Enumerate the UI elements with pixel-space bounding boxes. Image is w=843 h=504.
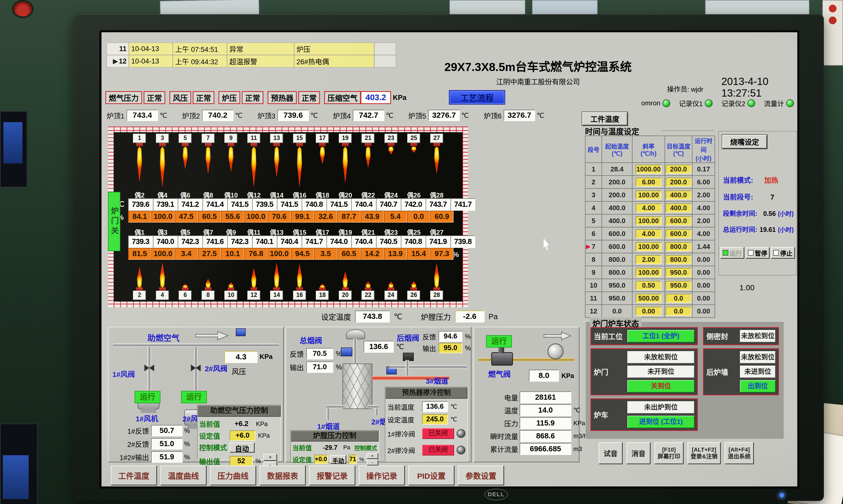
cold-valve2-state[interactable]: 已关闭 xyxy=(422,445,454,455)
schedule-rate[interactable]: 4.00 xyxy=(635,203,661,213)
schedule-target[interactable]: 600.0 xyxy=(666,229,692,238)
chamber-set-value[interactable]: +0.0 xyxy=(314,455,327,464)
schedule-row[interactable]: 9800.0100.00950.00.00 xyxy=(585,266,715,279)
schedule-rate[interactable]: 0.50 xyxy=(635,281,661,290)
schedule-target[interactable]: 200.0 xyxy=(666,165,692,174)
valve-state-eye-icon[interactable] xyxy=(456,446,465,454)
schedule-rate[interactable]: 0.00 xyxy=(635,307,661,316)
schedule-rate[interactable]: 100.00 xyxy=(635,191,661,200)
schedule-target[interactable]: 800.0 xyxy=(666,242,692,251)
thermocouple-output-cell: 100.0 xyxy=(151,211,175,222)
schedule-row[interactable]: 128.41000.00200.00.17 xyxy=(585,163,715,176)
gas-valve-icon xyxy=(491,352,513,366)
system-button-消音[interactable]: 消音 xyxy=(627,442,650,464)
chamber-mode-button[interactable]: 手动 xyxy=(330,455,346,464)
schedule-target[interactable]: 950.0 xyxy=(666,281,692,290)
chamber-minus-button[interactable]: - xyxy=(367,460,378,465)
schedule-rate[interactable]: 4.00 xyxy=(635,229,661,238)
door-car-group-label: 侧密封 xyxy=(706,331,740,341)
nav-button-报警记录[interactable]: 报警记录 xyxy=(309,466,355,485)
door-car-group-label: 后炉墙 xyxy=(706,367,740,377)
header-line1: 斜率 xyxy=(633,142,664,150)
system-button-[ALT+F2][interactable]: [ALT+F2]登录&注销 xyxy=(687,442,721,464)
output-plus-button[interactable]: + xyxy=(264,454,277,461)
schedule-target[interactable]: 800.0 xyxy=(666,255,692,264)
schedule-rate[interactable]: 1000.00 xyxy=(635,165,661,174)
schedule-row[interactable]: 10950.00.50950.00.00 xyxy=(585,279,715,292)
temp-label: 炉顶3 xyxy=(257,110,275,121)
schedule-row[interactable]: 5400.0100.00600.02.00 xyxy=(585,214,715,227)
status-indicator-2: 风压正常 xyxy=(169,91,214,104)
control-mode-button[interactable]: 自动 xyxy=(230,443,254,452)
schedule-row[interactable]: 11950.0500.000.00.00 xyxy=(585,292,715,305)
duct-pipe xyxy=(326,405,344,409)
schedule-row[interactable]: 3200.0100.00400.02.00 xyxy=(585,188,715,201)
duct-pipe xyxy=(368,405,379,409)
system-button-[F10][interactable]: [F10]屏幕打印 xyxy=(654,442,683,464)
status-led-icon xyxy=(786,100,794,107)
schedule-row[interactable]: 2200.06.00200.06.00 xyxy=(585,176,715,188)
schedule-target[interactable]: 0.0 xyxy=(666,307,692,316)
burner-number: 23 xyxy=(384,134,397,143)
thermocouple-output: 13.9 xyxy=(384,248,407,260)
nav-button-工件温度[interactable]: 工件温度 xyxy=(111,466,157,485)
burner-settings-button[interactable]: 烧嘴设定 xyxy=(722,135,767,148)
setpoint-value[interactable]: +6.0 xyxy=(230,430,255,441)
schedule-target[interactable]: 400.0 xyxy=(666,191,692,200)
schedule-target[interactable]: 0.0 xyxy=(666,294,692,303)
schedule-row[interactable]: ▶7600.0100.00800.01.44 xyxy=(585,240,715,253)
schedule-rate[interactable]: 6.00 xyxy=(635,178,661,187)
flame-column xyxy=(265,261,288,288)
nav-button-温度曲线[interactable]: 温度曲线 xyxy=(160,466,207,485)
chamber-output-value[interactable]: 71 xyxy=(349,455,357,464)
burner-bottom-cell: 2 xyxy=(128,287,151,300)
nav-button-PID设置[interactable]: PID设置 xyxy=(408,466,454,485)
system-button-[Alt+F4][interactable]: [Alt+F4]退出系统 xyxy=(725,442,754,464)
page-title: 29X7.3X8.5m台车式燃气炉控温系统 xyxy=(398,58,678,74)
process-flow-button[interactable]: 工艺流程 xyxy=(449,90,505,105)
nav-button-压力曲线[interactable]: 压力曲线 xyxy=(210,466,256,485)
valve-state-eye-icon[interactable] xyxy=(456,429,465,438)
burner-control-停止[interactable]: 停止 xyxy=(771,247,795,258)
burner-stub-icon xyxy=(182,287,189,291)
rear-feedback-label: 反馈 xyxy=(423,332,436,341)
schedule-rate[interactable]: 2.00 xyxy=(635,255,661,264)
flame-icon xyxy=(411,147,417,153)
workpiece-temp-button[interactable]: 工件温度 xyxy=(582,112,627,125)
schedule-target[interactable]: 400.0 xyxy=(666,203,692,213)
schedule-rate[interactable]: 100.00 xyxy=(635,216,661,226)
schedule-target[interactable]: 950.0 xyxy=(666,268,692,277)
schedule-row[interactable]: 4400.04.00400.04.00 xyxy=(585,201,715,214)
preheater-set-value[interactable]: 245.0 xyxy=(422,414,448,425)
schedule-rate[interactable]: 100.00 xyxy=(635,242,661,251)
burner-control-运行[interactable]: 运行 xyxy=(720,247,744,258)
output-value[interactable]: 52 xyxy=(230,456,253,466)
nav-button-参数设置[interactable]: 参数设置 xyxy=(458,466,504,485)
burner-control-暂停[interactable]: 暂停 xyxy=(746,247,769,258)
nav-button-数据报表[interactable]: 数据报表 xyxy=(259,466,306,485)
status-indicator-label: 炉压 xyxy=(218,91,240,104)
system-button-试音[interactable]: 试音 xyxy=(599,442,623,464)
schedule-rate[interactable]: 100.00 xyxy=(635,268,661,277)
alarm-row-active[interactable]: ▶12 10-04-13 上午 09:44:32 超温报警 26#热电偶 xyxy=(107,55,396,67)
schedule-row[interactable]: 8800.02.00800.00.00 xyxy=(585,253,715,266)
gas-meter-row: 瞬时流量868.6m3/h xyxy=(477,430,587,442)
burner-control-label: 暂停 xyxy=(755,248,767,257)
chamber-set-label: 设定值 xyxy=(292,455,312,464)
schedule-rate[interactable]: 500.00 xyxy=(635,294,661,303)
schedule-target[interactable]: 600.0 xyxy=(666,216,692,226)
furnace-top-temp-3: 炉顶3739.6℃ xyxy=(257,110,333,121)
schedule-row[interactable]: 6600.04.00600.04.00 xyxy=(585,227,715,240)
cold-valve1-state[interactable]: 已关闭 xyxy=(422,428,454,439)
schedule-target[interactable]: 200.0 xyxy=(666,178,692,187)
burner-stub-icon xyxy=(388,143,394,146)
thermocouple-temp: 740.1 xyxy=(252,235,277,248)
chamber-plus-button[interactable]: + xyxy=(367,453,378,459)
thermocouple-output-cell: 15.4 xyxy=(407,248,430,260)
alarm-row[interactable]: 11 10-04-13 上午 07:54:51 异常 炉压 xyxy=(107,42,396,55)
nav-button-操作记录[interactable]: 操作记录 xyxy=(359,466,405,485)
burner-row-top: 13579111315171921232527 xyxy=(128,134,448,146)
thermocouple-temp-cell: 741.5 xyxy=(326,198,351,211)
schedule-row[interactable]: 120.00.000.00.00 xyxy=(585,305,715,318)
schedule-rate-cell: 100.00 xyxy=(632,214,665,227)
